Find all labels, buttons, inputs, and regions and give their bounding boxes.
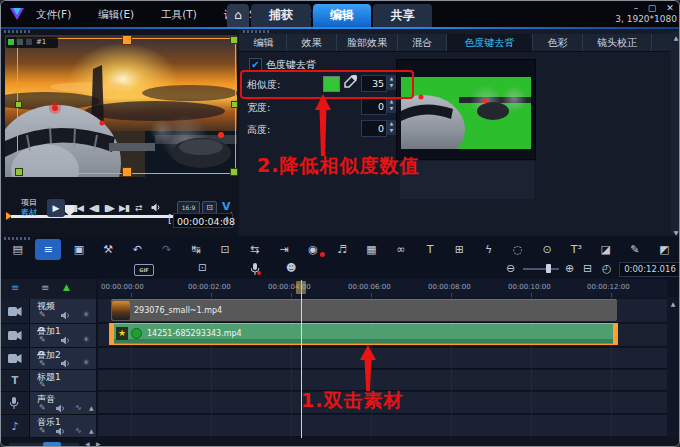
timeline-lanes[interactable]: 293076_small~1.mp4 ★ 14251-685293343.mp4	[98, 297, 667, 438]
timecode-spinner[interactable]: ▲▼	[223, 216, 231, 224]
track-header-video[interactable]: 视频 ✎ ✳	[1, 299, 96, 324]
ripple-edit-icon[interactable]: ⇆	[240, 243, 269, 256]
track-edit-icon[interactable]: ✎	[39, 427, 46, 435]
tab-panel-chroma-key[interactable]: 色度键去背	[447, 34, 533, 51]
track-manager-icon[interactable]: ≡	[11, 282, 19, 293]
fit-timeline-icon[interactable]: ⊟	[583, 262, 592, 275]
selection-handle-se[interactable]	[230, 168, 238, 176]
scroll-up-icon[interactable]: ▲	[671, 34, 680, 41]
play-button[interactable]: ▶	[47, 199, 65, 217]
voiceover-record-icon[interactable]	[251, 263, 261, 275]
clip-trim-handle-right[interactable]	[613, 324, 617, 344]
tab-panel-blend[interactable]: 混合	[398, 34, 447, 51]
add-track-icon[interactable]: ▲	[63, 282, 70, 292]
prev-frame-button[interactable]: ◀▮	[89, 203, 99, 213]
sketch-icon[interactable]: ✎	[620, 243, 649, 256]
track-mute-icon[interactable]	[56, 404, 65, 413]
tracks-scrollbar[interactable]: ▲	[667, 297, 679, 438]
menu-file[interactable]: 文件(F)	[25, 1, 82, 27]
undo-icon[interactable]: ↶	[123, 243, 152, 256]
transition-icon[interactable]: ∞	[386, 243, 415, 256]
trim-start-marker[interactable]	[6, 212, 12, 220]
zoom-in-icon[interactable]: ⊕	[565, 262, 574, 275]
track-edit-icon[interactable]: ✎	[39, 381, 46, 389]
speaker-icon[interactable]	[151, 203, 161, 212]
track-edit-icon[interactable]: ✎	[39, 336, 46, 344]
track-header-overlay2[interactable]: 叠加2 ✎ ✳	[1, 348, 96, 370]
scroll-left-icon[interactable]: ◀	[85, 440, 90, 447]
track-mute-icon[interactable]	[61, 336, 70, 345]
track-header-voice[interactable]: 声音 ✎ ∿ ▲	[1, 392, 96, 415]
menu-tools[interactable]: 工具(T)	[150, 1, 208, 27]
selection-handle-e[interactable]	[231, 101, 238, 108]
eyedropper-icon[interactable]	[343, 75, 357, 89]
mark-in-icon[interactable]: [	[168, 213, 172, 224]
track-edit-icon[interactable]: ✎	[39, 404, 46, 412]
duration-clock-icon[interactable]: ◴	[602, 262, 612, 275]
similarity-value[interactable]: 35	[361, 75, 387, 92]
tab-capture[interactable]: 捕获	[251, 4, 311, 27]
multi-trim-icon[interactable]: ▦	[357, 243, 386, 256]
loop-button[interactable]: ⇄	[135, 203, 143, 213]
subtitle-editor-icon[interactable]: T	[415, 243, 444, 256]
track-fx-icon[interactable]: ✳	[83, 359, 90, 367]
tab-panel-edit[interactable]: 编辑	[241, 34, 287, 51]
track-mute-icon[interactable]	[56, 427, 65, 436]
zoom-slider-thumb[interactable]	[546, 264, 551, 273]
video-clip[interactable]: 293076_small~1.mp4	[111, 299, 617, 321]
h-scroll-thumb[interactable]	[43, 442, 61, 447]
height-spinner[interactable]: ▲▼	[387, 120, 396, 135]
next-frame-button[interactable]: ▮▶	[104, 203, 114, 213]
overlay-clip-selected[interactable]: ★ 14251-685293343.mp4	[109, 323, 618, 345]
preview-timecode[interactable]: 00:00:04:08 ▲▼	[173, 213, 233, 228]
tab-edit[interactable]: 编辑	[313, 4, 371, 27]
clip-trim-handle-left[interactable]	[110, 324, 114, 344]
timeline-zoom-slider[interactable]	[523, 268, 559, 270]
storyboard-view-icon[interactable]: ▤	[3, 243, 32, 256]
track-mute-icon[interactable]	[61, 311, 70, 320]
playhead-line[interactable]	[301, 280, 302, 438]
track-fx-icon[interactable]: ✳	[83, 311, 90, 319]
mode-project-label[interactable]: 项目	[21, 198, 37, 207]
screen-record-icon[interactable]: ◉	[298, 243, 327, 256]
mask-creator-icon[interactable]: ◪	[591, 243, 620, 256]
track-header-overlay1[interactable]: 叠加1 ✎ ✳	[1, 324, 96, 348]
track-wave-icon[interactable]: ∿	[75, 404, 82, 412]
tab-panel-lens-correction[interactable]: 镜头校正	[583, 34, 652, 51]
track-edit-icon[interactable]: ✎	[39, 360, 46, 368]
timeline-view-icon[interactable]: ≡	[35, 239, 61, 260]
project-box-icon[interactable]: ⊡	[211, 243, 240, 256]
menu-edit[interactable]: 编辑(E)	[87, 1, 145, 27]
logo-v-button[interactable]: V	[222, 200, 231, 213]
zoom-out-icon[interactable]: ⊖	[506, 262, 515, 275]
selection-handle-sw[interactable]	[15, 168, 23, 176]
audio-mixer-icon[interactable]: ♬	[328, 243, 357, 256]
width-spinner[interactable]: ▲▼	[387, 98, 396, 113]
prev-clip-button[interactable]: ▮◀	[73, 203, 83, 213]
tools-icon[interactable]: ⚒	[94, 243, 123, 256]
maximize-button[interactable]: ▢	[645, 2, 659, 14]
chroma-key-checkbox[interactable]: ✔	[249, 58, 262, 71]
timeline-ruler[interactable]: 00:00:00:00 00:00:02:00 00:00:04:00 00:0…	[98, 279, 667, 298]
motion-tracking-icon[interactable]: ϟ	[474, 243, 503, 256]
selection-handle-w[interactable]	[15, 101, 22, 108]
color-grading-icon[interactable]: ◩	[650, 243, 679, 256]
selection-handle-ne[interactable]	[230, 36, 238, 44]
split-screen-icon[interactable]: ⊞	[445, 243, 474, 256]
playhead-grip[interactable]	[296, 281, 306, 294]
redo-icon[interactable]: ↷	[152, 243, 181, 256]
insert-gap-icon[interactable]: ⇥	[269, 243, 298, 256]
scroll-up-icon[interactable]: ▲	[667, 300, 679, 307]
track-wave-icon[interactable]: ∿	[75, 427, 82, 435]
tab-share[interactable]: 共享	[373, 4, 432, 27]
scroll-down-icon[interactable]: ▼	[671, 229, 680, 236]
selection-handle-n[interactable]	[122, 35, 132, 45]
scroll-right-icon[interactable]: ▶	[96, 440, 101, 447]
track-motion-icon[interactable]: ⊙	[533, 243, 562, 256]
track-mute-icon[interactable]	[61, 359, 70, 368]
close-button[interactable]: ✕	[663, 2, 677, 14]
fit-project-icon[interactable]: ↹	[181, 243, 210, 256]
track-edit-icon[interactable]: ✎	[39, 311, 46, 319]
height-value[interactable]: 0	[361, 120, 387, 137]
customize-icon[interactable]: ◌	[503, 243, 532, 256]
